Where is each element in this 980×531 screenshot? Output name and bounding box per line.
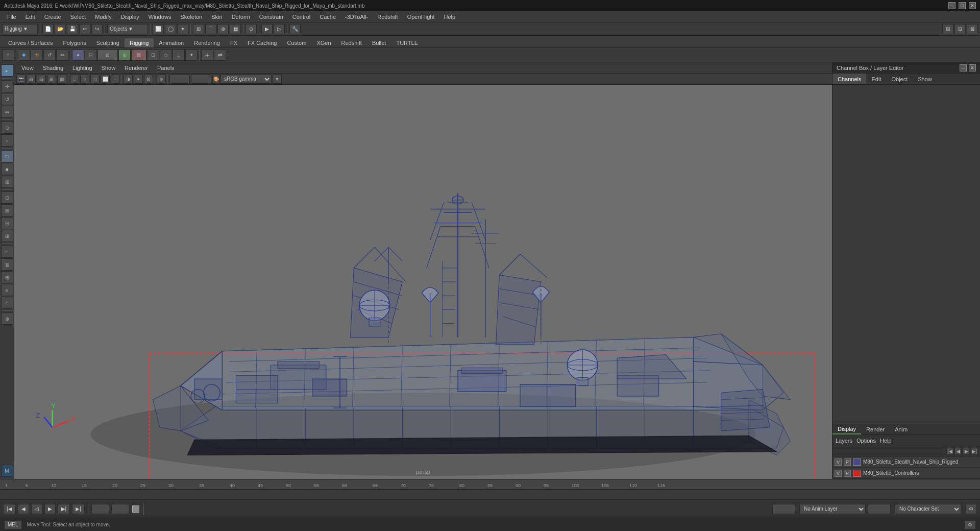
- layer-v-btn1[interactable]: V: [835, 458, 842, 466]
- left-btn-b[interactable]: ⊠: [1, 204, 13, 216]
- left-texture-btn[interactable]: ⊞: [1, 176, 13, 188]
- ipr-render-button[interactable]: ▷: [274, 24, 285, 34]
- vp-frame-all-btn[interactable]: ⊟: [37, 75, 46, 84]
- snap-point-button[interactable]: ⊕: [217, 24, 229, 34]
- vp-camera-btn[interactable]: 📷: [16, 75, 26, 84]
- shelf-plus-btn[interactable]: +: [201, 50, 213, 61]
- tab-object[interactable]: Object: [886, 74, 913, 84]
- layer-nav-last-btn[interactable]: ▶|: [971, 448, 978, 455]
- anim-layer-dropdown[interactable]: No Anim Layer: [799, 504, 866, 514]
- menu-select[interactable]: Select: [66, 13, 90, 21]
- goto-end-button[interactable]: ▶|: [72, 504, 85, 514]
- tab-rigging[interactable]: Rigging: [125, 38, 154, 47]
- shelf-btn8[interactable]: ⍊: [173, 50, 185, 61]
- vp-shadow-btn[interactable]: ◑: [124, 75, 133, 84]
- shelf-move-tool[interactable]: ✛: [31, 50, 43, 61]
- new-scene-button[interactable]: 📄: [42, 24, 54, 34]
- left-rotate-btn[interactable]: ↺: [1, 93, 13, 105]
- layer-p-btn1[interactable]: P: [844, 458, 851, 466]
- range-end-input2[interactable]: 200: [868, 504, 891, 514]
- tab-fx[interactable]: FX: [225, 38, 242, 47]
- left-maya-icon[interactable]: M: [1, 465, 13, 477]
- shelf-paint-weights-btn[interactable]: ⊛: [118, 50, 131, 61]
- goto-start-button[interactable]: |◀: [3, 504, 16, 514]
- character-set-dropdown[interactable]: No Character Set: [895, 504, 961, 514]
- history-toggle-button[interactable]: ⊙: [246, 24, 257, 34]
- redo-button[interactable]: ↪: [91, 24, 103, 34]
- play-back-button[interactable]: ◁: [31, 504, 42, 514]
- tab-fx-caching[interactable]: FX Caching: [242, 38, 282, 47]
- snap-curve-button[interactable]: ⌒: [205, 24, 216, 34]
- layer-color-swatch1[interactable]: [853, 458, 861, 466]
- menu-windows[interactable]: Windows: [144, 13, 176, 21]
- objects-dropdown[interactable]: Objects ▼: [107, 24, 148, 34]
- current-frame-input[interactable]: 1: [111, 504, 129, 514]
- display-settings-button[interactable]: 🔧: [289, 24, 301, 34]
- left-btn-e[interactable]: ≡: [1, 246, 13, 258]
- tab-bullet[interactable]: Bullet: [367, 38, 391, 47]
- right-toolbar-btn1[interactable]: ⊞: [942, 24, 953, 34]
- vp-flat-btn[interactable]: ◻: [90, 75, 100, 84]
- status-settings-btn[interactable]: ⚙: [964, 520, 976, 529]
- snap-view-plane-button[interactable]: ▦: [230, 24, 241, 34]
- vp-bounding-box-btn[interactable]: ⬜: [101, 75, 110, 84]
- shelf-menu-btn[interactable]: ≡: [2, 50, 14, 61]
- tab-anim-layers[interactable]: Anim: [890, 424, 913, 435]
- shelf-btn9[interactable]: ✦: [185, 50, 198, 61]
- shelf-arrows-btn[interactable]: ⇄: [214, 50, 226, 61]
- shelf-joint-tool[interactable]: ●: [72, 50, 84, 61]
- render-button[interactable]: ▶: [261, 24, 273, 34]
- tab-edit[interactable]: Edit: [866, 74, 886, 84]
- left-lasso-btn[interactable]: ○: [1, 134, 13, 147]
- menu-redshift[interactable]: Redshift: [373, 13, 402, 21]
- menu-modify[interactable]: Modify: [91, 13, 115, 21]
- select-lasso-button[interactable]: ◯: [165, 24, 176, 34]
- left-wireframe-btn[interactable]: □: [1, 150, 13, 162]
- layer-help-btn[interactable]: Help: [880, 438, 892, 444]
- tab-show[interactable]: Show: [913, 74, 937, 84]
- select-paint-button[interactable]: ✦: [177, 24, 188, 34]
- menu-display[interactable]: Display: [117, 13, 143, 21]
- vp-hud-btn[interactable]: ▦: [57, 75, 66, 84]
- tab-render-layers[interactable]: Render: [861, 424, 890, 435]
- vp-menu-renderer[interactable]: Renderer: [120, 64, 152, 72]
- gamma-field1[interactable]: 0.00: [169, 75, 190, 84]
- tab-redshift[interactable]: Redshift: [336, 38, 367, 47]
- left-move-btn[interactable]: ✛: [1, 80, 13, 92]
- layer-p-btn2[interactable]: P: [844, 470, 851, 477]
- left-btn-i[interactable]: ≡: [1, 297, 13, 309]
- vp-wireframe-btn[interactable]: □: [70, 75, 79, 84]
- snap-grid-button[interactable]: ⊞: [193, 24, 204, 34]
- left-btn-c[interactable]: ⊟: [1, 217, 13, 229]
- playback-speed-btn[interactable]: ⚙: [965, 504, 977, 514]
- play-forward-button[interactable]: ▶: [44, 504, 56, 514]
- open-scene-button[interactable]: 📂: [55, 24, 66, 34]
- left-btn-f[interactable]: ≣: [1, 258, 13, 271]
- menu-control[interactable]: Control: [288, 13, 314, 21]
- tab-rendering[interactable]: Rendering: [189, 38, 225, 47]
- right-toolbar-btn2[interactable]: ⊟: [954, 24, 966, 34]
- timeline-ruler[interactable]: 1 5 10 15 20 25 30 35 40 45 50 55 60 65 …: [0, 479, 980, 490]
- menu-cache[interactable]: Cache: [315, 13, 340, 21]
- shelf-btn6[interactable]: ⊡: [147, 50, 159, 61]
- range-end-input[interactable]: 120: [772, 504, 795, 514]
- menu-3dtoall[interactable]: -3DToAll-: [341, 13, 372, 21]
- shelf-btn7[interactable]: ◇: [160, 50, 172, 61]
- menu-openflight[interactable]: OpenFlight: [403, 13, 439, 21]
- layer-color-swatch2[interactable]: [853, 470, 861, 477]
- close-button[interactable]: ✕: [969, 2, 976, 9]
- tab-turtle[interactable]: TURTLE: [391, 38, 423, 47]
- viewport-canvas[interactable]: X Y Z persp: [14, 85, 832, 479]
- vp-menu-show[interactable]: Show: [97, 64, 120, 72]
- right-toolbar-btn3[interactable]: ⊠: [967, 24, 978, 34]
- vp-menu-panels[interactable]: Panels: [153, 64, 179, 72]
- menu-create[interactable]: Create: [40, 13, 65, 21]
- vp-menu-lighting[interactable]: Lighting: [68, 64, 96, 72]
- vp-points-btn[interactable]: ·: [111, 75, 120, 84]
- shelf-rotate-tool[interactable]: ↺: [43, 50, 56, 61]
- menu-edit[interactable]: Edit: [21, 13, 39, 21]
- vp-ao-btn[interactable]: ●: [134, 75, 143, 84]
- left-scale-btn[interactable]: ⇔: [1, 106, 13, 118]
- left-solid-btn[interactable]: ■: [1, 163, 13, 175]
- next-frame-button[interactable]: ▶|: [58, 504, 70, 514]
